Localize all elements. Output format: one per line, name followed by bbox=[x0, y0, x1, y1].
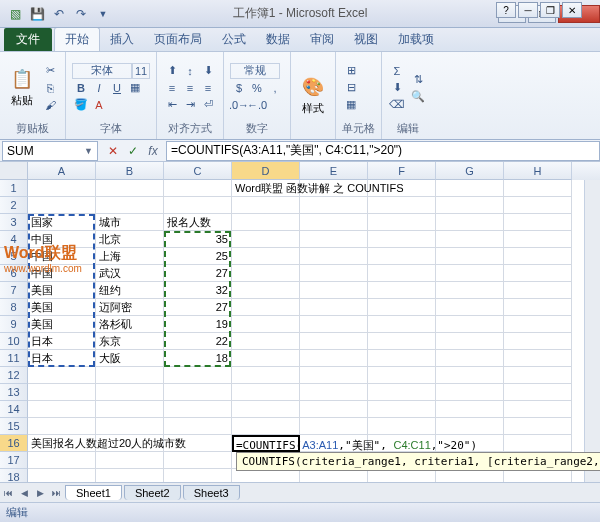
col-header-C[interactable]: C bbox=[164, 162, 232, 180]
row-header[interactable]: 4 bbox=[0, 231, 28, 248]
cell-H8[interactable] bbox=[504, 299, 572, 316]
copy-icon[interactable]: ⎘ bbox=[41, 80, 59, 96]
align-right[interactable]: ≡ bbox=[199, 80, 217, 96]
align-center[interactable]: ≡ bbox=[181, 80, 199, 96]
cell-D6[interactable] bbox=[232, 265, 300, 282]
cell-B12[interactable] bbox=[96, 367, 164, 384]
align-top[interactable]: ⬆ bbox=[163, 63, 181, 79]
cell-C18[interactable] bbox=[164, 469, 232, 482]
fill-color-button[interactable]: 🪣 bbox=[72, 97, 90, 113]
cell-G11[interactable] bbox=[436, 350, 504, 367]
formula-input[interactable]: =COUNTIFS(A3:A11,"美国", C4:C11,">20") bbox=[166, 141, 600, 161]
vertical-scrollbar[interactable] bbox=[584, 180, 600, 482]
row-header[interactable]: 5 bbox=[0, 248, 28, 265]
qat-dropdown-icon[interactable]: ▼ bbox=[94, 5, 112, 23]
cell-F9[interactable] bbox=[368, 316, 436, 333]
autosum-button[interactable]: Σ bbox=[388, 63, 406, 79]
cell-C9[interactable]: 19 bbox=[164, 316, 232, 333]
cell-D16[interactable]: =COUNTIFS(A3:A11,"美国", C4:C11,">20") bbox=[232, 435, 300, 452]
row-header[interactable]: 10 bbox=[0, 333, 28, 350]
tab-formulas[interactable]: 公式 bbox=[212, 28, 256, 51]
col-header-G[interactable]: G bbox=[436, 162, 504, 180]
number-format[interactable]: 常规 bbox=[230, 63, 280, 79]
styles-button[interactable]: 🎨样式 bbox=[297, 73, 329, 118]
cell-G10[interactable] bbox=[436, 333, 504, 350]
cell-H10[interactable] bbox=[504, 333, 572, 350]
cell-B4[interactable]: 北京 bbox=[96, 231, 164, 248]
format-painter-icon[interactable]: 🖌 bbox=[41, 97, 59, 113]
cell-G15[interactable] bbox=[436, 418, 504, 435]
col-header-A[interactable]: A bbox=[28, 162, 96, 180]
font-name[interactable]: 宋体 bbox=[72, 63, 132, 79]
cell-G2[interactable] bbox=[436, 197, 504, 214]
cell-B13[interactable] bbox=[96, 384, 164, 401]
find-button[interactable]: 🔍 bbox=[409, 88, 427, 104]
cell-C12[interactable] bbox=[164, 367, 232, 384]
cell-A10[interactable]: 日本 bbox=[28, 333, 96, 350]
cell-G3[interactable] bbox=[436, 214, 504, 231]
cell-E6[interactable] bbox=[300, 265, 368, 282]
tab-addins[interactable]: 加载项 bbox=[388, 28, 444, 51]
indent-inc[interactable]: ⇥ bbox=[181, 97, 199, 113]
cell-H11[interactable] bbox=[504, 350, 572, 367]
font-size[interactable]: 11 bbox=[132, 63, 150, 79]
row-header[interactable]: 8 bbox=[0, 299, 28, 316]
cell-H3[interactable] bbox=[504, 214, 572, 231]
row-header[interactable]: 1 bbox=[0, 180, 28, 197]
cell-F11[interactable] bbox=[368, 350, 436, 367]
cancel-formula-icon[interactable]: ✕ bbox=[104, 142, 122, 160]
decimal-inc[interactable]: .0→ bbox=[230, 97, 248, 113]
cell-H6[interactable] bbox=[504, 265, 572, 282]
cell-H4[interactable] bbox=[504, 231, 572, 248]
cell-C15[interactable] bbox=[164, 418, 232, 435]
italic-button[interactable]: I bbox=[90, 80, 108, 96]
redo-icon[interactable]: ↷ bbox=[72, 5, 90, 23]
wrap-text[interactable]: ⏎ bbox=[199, 97, 217, 113]
decimal-dec[interactable]: ←.0 bbox=[248, 97, 266, 113]
font-color-button[interactable]: A bbox=[90, 97, 108, 113]
file-tab[interactable]: 文件 bbox=[4, 28, 52, 51]
align-left[interactable]: ≡ bbox=[163, 80, 181, 96]
row-header[interactable]: 11 bbox=[0, 350, 28, 367]
cell-E13[interactable] bbox=[300, 384, 368, 401]
cell-D1[interactable]: Word联盟 函数讲解 之 COUNTIFS bbox=[232, 180, 300, 197]
cell-D4[interactable] bbox=[232, 231, 300, 248]
cell-H13[interactable] bbox=[504, 384, 572, 401]
cell-A17[interactable] bbox=[28, 452, 96, 469]
cell-H14[interactable] bbox=[504, 401, 572, 418]
col-header-B[interactable]: B bbox=[96, 162, 164, 180]
cell-E12[interactable] bbox=[300, 367, 368, 384]
tab-pagelayout[interactable]: 页面布局 bbox=[144, 28, 212, 51]
col-header-F[interactable]: F bbox=[368, 162, 436, 180]
comma-button[interactable]: , bbox=[266, 80, 284, 96]
help-button[interactable]: ? bbox=[496, 2, 516, 18]
row-header[interactable]: 9 bbox=[0, 316, 28, 333]
paste-button[interactable]: 📋 粘贴 bbox=[6, 65, 38, 110]
cell-C1[interactable] bbox=[164, 180, 232, 197]
cell-F6[interactable] bbox=[368, 265, 436, 282]
col-header-D[interactable]: D bbox=[232, 162, 300, 180]
cell-H16[interactable] bbox=[504, 435, 572, 452]
cell-E5[interactable] bbox=[300, 248, 368, 265]
inner-close[interactable]: ✕ bbox=[562, 2, 582, 18]
cell-B9[interactable]: 洛杉矶 bbox=[96, 316, 164, 333]
cell-D15[interactable] bbox=[232, 418, 300, 435]
cell-G9[interactable] bbox=[436, 316, 504, 333]
cell-B14[interactable] bbox=[96, 401, 164, 418]
cell-C8[interactable]: 27 bbox=[164, 299, 232, 316]
cell-B15[interactable] bbox=[96, 418, 164, 435]
cell-D14[interactable] bbox=[232, 401, 300, 418]
cell-D10[interactable] bbox=[232, 333, 300, 350]
cell-A4[interactable]: 中国 bbox=[28, 231, 96, 248]
row-header[interactable]: 7 bbox=[0, 282, 28, 299]
cell-D13[interactable] bbox=[232, 384, 300, 401]
cell-F8[interactable] bbox=[368, 299, 436, 316]
cell-A15[interactable] bbox=[28, 418, 96, 435]
cell-A3[interactable]: 国家 bbox=[28, 214, 96, 231]
cell-F15[interactable] bbox=[368, 418, 436, 435]
cell-C3[interactable]: 报名人数 bbox=[164, 214, 232, 231]
cell-D3[interactable] bbox=[232, 214, 300, 231]
sheet-tab[interactable]: Sheet3 bbox=[183, 485, 240, 500]
cell-E4[interactable] bbox=[300, 231, 368, 248]
cell-C11[interactable]: 18 bbox=[164, 350, 232, 367]
